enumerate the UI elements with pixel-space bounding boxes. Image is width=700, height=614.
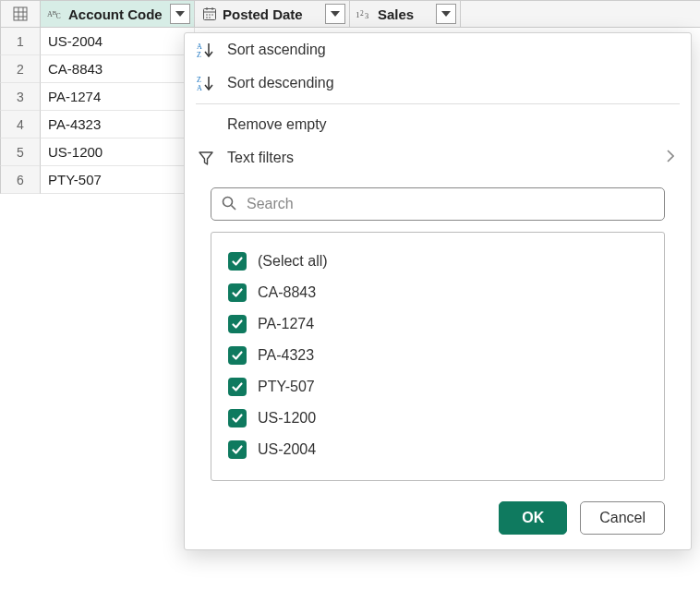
menu-sort-ascending[interactable]: AZ Sort ascending — [185, 33, 691, 66]
filter-value-item[interactable]: (Select all) — [228, 246, 647, 277]
checkbox-checked[interactable] — [228, 378, 247, 396]
filter-value-label: PA-4323 — [258, 347, 314, 364]
row-number-cell[interactable]: 6 — [0, 166, 41, 194]
checkbox-checked[interactable] — [228, 252, 247, 271]
menu-separator — [196, 103, 680, 104]
filter-value-label: US-1200 — [258, 410, 316, 427]
filter-value-label: PA-1274 — [258, 316, 314, 332]
search-icon — [221, 195, 237, 214]
row-header-corner[interactable] — [0, 1, 41, 27]
checkbox-checked[interactable] — [228, 315, 247, 333]
svg-point-14 — [211, 14, 213, 16]
filter-value-label: (Select all) — [258, 253, 328, 270]
svg-point-13 — [209, 14, 211, 16]
filter-value-item[interactable]: US-2004 — [228, 434, 647, 465]
svg-point-12 — [206, 14, 208, 16]
cell-account-code[interactable]: PA-1274 — [41, 83, 195, 111]
sort-asc-icon: AZ — [196, 42, 216, 58]
filter-value-item[interactable]: US-1200 — [228, 403, 647, 434]
cell-account-code[interactable]: PTY-507 — [41, 166, 195, 194]
filter-icon — [196, 150, 216, 166]
checkbox-checked[interactable] — [228, 409, 247, 427]
column-filter-button[interactable] — [325, 4, 345, 24]
row-number-cell[interactable]: 2 — [0, 55, 41, 83]
menu-sort-descending[interactable]: ZA Sort descending — [185, 66, 691, 100]
column-label: Posted Date — [223, 6, 307, 22]
cell-account-code[interactable]: US-2004 — [41, 28, 195, 55]
row-number-cell[interactable]: 4 — [0, 111, 41, 138]
search-box[interactable] — [211, 187, 665, 221]
date-type-icon — [200, 6, 219, 21]
column-header-posted-date[interactable]: Posted Date — [195, 1, 350, 27]
menu-text-filters[interactable]: Text filters — [185, 141, 691, 175]
svg-line-27 — [232, 205, 236, 210]
menu-remove-empty[interactable]: Remove empty — [185, 108, 691, 141]
svg-text:Z: Z — [197, 51, 201, 58]
checkbox-checked[interactable] — [228, 346, 247, 365]
chevron-down-icon — [175, 11, 185, 17]
column-filter-button[interactable] — [170, 4, 190, 24]
column-filter-button[interactable] — [436, 4, 456, 24]
ok-button[interactable]: OK — [499, 501, 567, 535]
filter-value-label: CA-8843 — [258, 284, 316, 301]
chevron-right-icon — [667, 150, 674, 166]
menu-label: Sort ascending — [227, 42, 326, 58]
cancel-button[interactable]: Cancel — [580, 501, 665, 535]
button-label: Cancel — [599, 510, 646, 526]
filter-dropdown-panel: AZ Sort ascending ZA Sort descending Rem… — [184, 32, 692, 550]
cell-account-code[interactable]: PA-4323 — [41, 111, 195, 138]
filter-value-item[interactable]: PA-1274 — [228, 308, 647, 340]
sort-desc-icon: ZA — [196, 75, 216, 91]
checkbox-checked[interactable] — [228, 283, 247, 302]
column-label: Sales — [378, 6, 417, 22]
cell-account-code[interactable]: CA-8843 — [41, 55, 195, 83]
checkbox-checked[interactable] — [228, 440, 247, 459]
column-label: Account Code — [68, 6, 166, 22]
svg-rect-0 — [14, 7, 27, 20]
chevron-down-icon — [441, 11, 451, 17]
row-number-cell[interactable]: 3 — [0, 83, 41, 111]
svg-text:3: 3 — [365, 12, 368, 20]
svg-text:Z: Z — [197, 76, 201, 84]
svg-point-15 — [206, 17, 208, 18]
svg-text:A: A — [197, 42, 202, 51]
chevron-down-icon — [331, 11, 340, 17]
row-number-cell[interactable]: 5 — [0, 138, 41, 166]
filter-value-item[interactable]: PA-4323 — [228, 340, 647, 371]
row-number-cell[interactable]: 1 — [0, 28, 41, 55]
number-type-icon: 123 — [356, 6, 374, 21]
svg-point-26 — [223, 197, 233, 206]
column-header-row: ABC Account Code Posted Date 123 Sales — [0, 0, 700, 28]
svg-text:A: A — [197, 84, 202, 91]
filter-value-item[interactable]: PTY-507 — [228, 371, 647, 403]
column-header-account-code[interactable]: ABC Account Code — [41, 1, 195, 27]
menu-label: Sort descending — [227, 75, 334, 91]
filter-values-list: (Select all)CA-8843PA-1274PA-4323PTY-507… — [211, 232, 665, 481]
svg-point-16 — [209, 17, 211, 18]
search-input[interactable] — [245, 195, 655, 213]
text-type-icon: ABC — [46, 6, 65, 21]
cell-account-code[interactable]: US-1200 — [41, 138, 195, 166]
column-header-sales[interactable]: 123 Sales — [350, 1, 461, 27]
filter-value-label: PTY-507 — [258, 379, 315, 395]
table-icon — [13, 6, 28, 21]
filter-value-item[interactable]: CA-8843 — [228, 277, 647, 308]
menu-label: Text filters — [227, 150, 294, 166]
button-label: OK — [522, 510, 544, 526]
svg-text:C: C — [56, 12, 61, 20]
menu-label: Remove empty — [227, 116, 327, 133]
svg-text:2: 2 — [360, 9, 364, 18]
filter-value-label: US-2004 — [258, 441, 316, 458]
